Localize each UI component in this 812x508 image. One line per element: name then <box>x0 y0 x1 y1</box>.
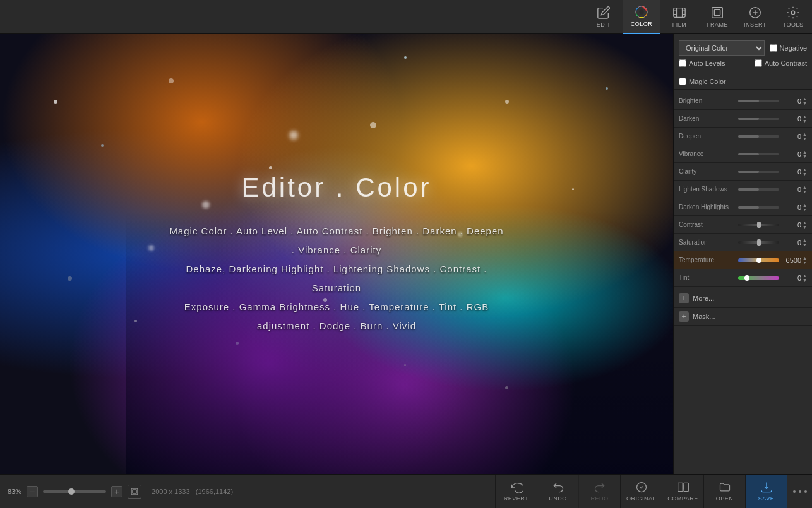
svg-rect-18 <box>678 483 683 491</box>
deepen-label: Deepen <box>679 133 736 140</box>
svg-rect-16 <box>133 490 136 493</box>
auto-levels-checkbox[interactable]: Auto Levels <box>679 59 725 67</box>
zoom-in-button[interactable]: + <box>111 486 122 497</box>
magic-color-input[interactable] <box>679 78 686 85</box>
saturation-track[interactable] <box>738 241 779 244</box>
clarity-label: Clarity <box>679 168 736 175</box>
auto-contrast-label: Auto Contrast <box>765 59 807 67</box>
main-area: Editor . Color Magic Color . Auto Level … <box>0 34 812 474</box>
zoom-slider[interactable] <box>43 490 106 493</box>
svg-point-22 <box>799 490 801 493</box>
toolbar-insert-label: INSERT <box>744 21 767 28</box>
bottom-toolbar: 83% − + 2000 x 1333 (1966,1142) REVERT <box>0 474 812 508</box>
canvas-title: Editor . Color <box>169 172 505 203</box>
vibrance-label: Vibrance <box>679 150 736 157</box>
negative-checkbox[interactable]: Negative <box>770 44 807 52</box>
toolbar-edit[interactable]: EDIT <box>585 0 623 34</box>
toolbar-frame-label: FRAME <box>707 21 728 28</box>
svg-rect-19 <box>683 483 688 491</box>
toolbar-film[interactable]: FILM <box>660 0 698 34</box>
original-button[interactable]: ORIGINAL <box>620 475 662 509</box>
more-button[interactable]: + More... <box>674 289 812 308</box>
top-toolbar: EDIT COLOR FILM <box>0 0 812 34</box>
canvas-area: Editor . Color Magic Color . Auto Level … <box>0 34 673 474</box>
panel-top: Original Color Vivid Soft Film B&W Negat… <box>674 34 812 75</box>
bottom-right: REVERT UNDO REDO ORIGINAL <box>495 475 812 509</box>
right-panel: Original Color Vivid Soft Film B&W Negat… <box>673 34 812 474</box>
darken-label: Darken <box>679 115 736 122</box>
slider-darken-highlights: Darken Highlights 0 ▲▼ <box>674 198 812 216</box>
lighten-shadows-label: Lighten Shadows <box>679 186 736 193</box>
vibrance-track[interactable] <box>738 153 779 155</box>
undo-label: UNDO <box>549 495 567 502</box>
auto-contrast-checkbox[interactable]: Auto Contrast <box>755 59 807 67</box>
mask-button[interactable]: + Mask... <box>674 308 812 326</box>
toolbar-frame[interactable]: FRAME <box>698 0 736 34</box>
auto-contrast-input[interactable] <box>755 59 762 67</box>
darken-highlights-label: Darken Highlights <box>679 203 736 210</box>
negative-label: Negative <box>780 44 807 52</box>
redo-button[interactable]: REDO <box>578 475 620 509</box>
more-plus-icon: + <box>679 293 689 303</box>
original-label: ORIGINAL <box>626 495 656 502</box>
temperature-track[interactable] <box>738 258 779 262</box>
toolbar-tools-label: TOOLS <box>783 21 804 28</box>
more-options-button[interactable] <box>787 475 812 509</box>
toolbar-film-label: FILM <box>672 21 687 28</box>
slider-contrast: Contrast 0 ▲▼ <box>674 216 812 234</box>
saturation-value: 0 <box>784 239 801 246</box>
zoom-fit-button[interactable] <box>128 485 141 499</box>
zoom-out-button[interactable]: − <box>27 486 38 497</box>
negative-check-input[interactable] <box>770 44 777 52</box>
tint-track[interactable] <box>738 276 779 280</box>
zoom-percent: 83% <box>8 488 21 495</box>
clarity-track[interactable] <box>738 171 779 173</box>
slider-temperature: Temperature 6500 ▲▼ <box>674 251 812 269</box>
compare-label: COMPARE <box>667 495 698 502</box>
compare-button[interactable]: COMPARE <box>662 475 703 509</box>
svg-point-1 <box>639 9 643 14</box>
svg-rect-9 <box>712 8 723 18</box>
contrast-value: 0 <box>784 221 801 229</box>
checkboxes-row: Auto Levels Auto Contrast <box>679 59 807 67</box>
more-label: More... <box>693 294 714 302</box>
contrast-label: Contrast <box>679 221 736 228</box>
deepen-value: 0 <box>784 133 801 140</box>
redo-label: REDO <box>590 495 608 502</box>
magic-color-checkbox[interactable]: Magic Color <box>679 78 726 85</box>
svg-rect-10 <box>714 9 720 15</box>
color-mode-select[interactable]: Original Color Vivid Soft Film B&W <box>679 40 765 56</box>
toolbar-edit-label: EDIT <box>597 21 611 28</box>
mask-plus-icon: + <box>679 311 689 322</box>
toolbar-color-label: COLOR <box>631 21 653 27</box>
deepen-track[interactable] <box>738 135 779 138</box>
sliders-section: Brighten 0 ▲▼ Darken 0 ▲▼ <box>674 90 812 289</box>
lighten-shadows-value: 0 <box>784 186 801 193</box>
brighten-track[interactable] <box>738 100 779 102</box>
auto-levels-label: Auto Levels <box>689 59 725 67</box>
toolbar-color[interactable]: COLOR <box>623 0 660 34</box>
save-button[interactable]: SAVE <box>745 475 787 509</box>
contrast-track[interactable] <box>738 224 779 226</box>
mask-label: Mask... <box>693 313 715 320</box>
saturation-label: Saturation <box>679 239 736 246</box>
toolbar-insert[interactable]: INSERT <box>736 0 774 34</box>
darken-track[interactable] <box>738 118 779 120</box>
slider-brighten: Brighten 0 ▲▼ <box>674 92 812 110</box>
brighten-label: Brighten <box>679 97 736 104</box>
lighten-shadows-track[interactable] <box>738 188 779 191</box>
slider-saturation: Saturation 0 ▲▼ <box>674 234 812 251</box>
auto-levels-input[interactable] <box>679 59 686 67</box>
darken-highlights-value: 0 <box>784 203 801 211</box>
slider-tint: Tint 0 ▲▼ <box>674 269 812 287</box>
undo-button[interactable]: UNDO <box>537 475 578 509</box>
magic-color-row: Magic Color <box>674 75 812 90</box>
slider-lighten-shadows: Lighten Shadows 0 ▲▼ <box>674 181 812 198</box>
slider-deepen: Deepen 0 ▲▼ <box>674 128 812 145</box>
temperature-label: Temperature <box>679 257 736 263</box>
darken-highlights-track[interactable] <box>738 206 779 209</box>
toolbar-tools[interactable]: TOOLS <box>774 0 812 34</box>
open-button[interactable]: OPEN <box>703 475 745 509</box>
revert-label: REVERT <box>504 495 528 502</box>
revert-button[interactable]: REVERT <box>495 475 537 509</box>
